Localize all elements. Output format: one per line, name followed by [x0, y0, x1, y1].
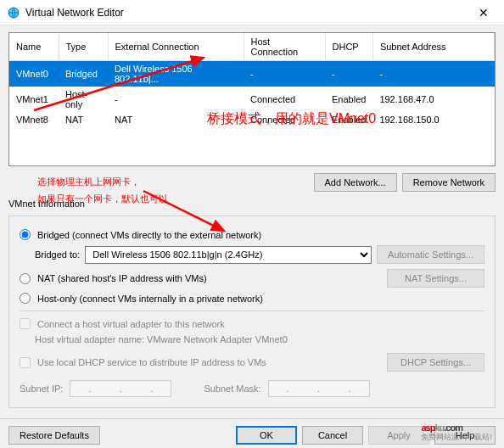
adapter-name-label: Host virtual adapter name: VMware Networ… [35, 334, 484, 344]
remove-network-button[interactable]: Remove Network [402, 173, 496, 192]
titlebar: Virtual Network Editor ✕ [0, 0, 504, 25]
vmnet-info-group: Bridged (connect VMs directly to the ext… [8, 216, 496, 408]
bridged-to-select[interactable]: Dell Wireless 1506 802.11b|g|n (2.4GHz) [85, 246, 372, 264]
table-row[interactable]: VMnet1Host-only-ConnectedEnabled192.168.… [9, 87, 495, 112]
subnet-mask-input: ... [268, 380, 370, 397]
watermark: aspku.com 免费网站源码下载站! [421, 416, 492, 443]
cancel-button[interactable]: Cancel [302, 426, 363, 445]
bridged-label: Bridged (connect VMs directly to the ext… [37, 230, 261, 240]
table-row[interactable]: VMnet8NATNATConnectedEnabled192.168.150.… [9, 112, 495, 127]
nat-settings-button: NAT Settings... [387, 269, 484, 288]
table-row[interactable]: VMnet0BridgedDell Wireless 1506 802.11b|… [9, 61, 495, 87]
hostonly-label: Host-only (connect VMs internally in a p… [37, 294, 263, 304]
bridged-radio[interactable] [20, 229, 31, 240]
group-label: VMnet Information [8, 199, 496, 209]
table-header-row: Name Type External Connection Host Conne… [9, 33, 495, 61]
dhcp-checkbox [20, 357, 31, 368]
connect-host-label: Connect a host virtual adapter to this n… [37, 319, 225, 329]
dhcp-label: Use local DHCP service to distribute IP … [37, 357, 266, 367]
hostonly-radio[interactable] [20, 293, 31, 304]
automatic-settings-button: Automatic Settings... [377, 245, 484, 264]
nat-label: NAT (shared host's IP address with VMs) [37, 273, 207, 283]
bridged-to-label: Bridged to: [35, 249, 80, 260]
nat-radio[interactable] [20, 273, 31, 284]
connect-host-checkbox [20, 318, 31, 329]
subnet-ip-label: Subnet IP: [20, 384, 63, 394]
network-table[interactable]: Name Type External Connection Host Conne… [8, 32, 496, 166]
close-button[interactable]: ✕ [470, 3, 497, 23]
restore-defaults-button[interactable]: Restore Defaults [8, 426, 100, 445]
ok-button[interactable]: OK [236, 426, 297, 445]
apply-button: Apply [368, 426, 429, 445]
subnet-ip-input: ... [70, 380, 171, 397]
window-title: Virtual Network Editor [25, 7, 470, 19]
app-icon [7, 6, 20, 20]
subnet-mask-label: Subnet Mask: [204, 384, 260, 394]
dhcp-settings-button: DHCP Settings... [387, 353, 484, 372]
add-network-button[interactable]: Add Network... [314, 173, 397, 192]
